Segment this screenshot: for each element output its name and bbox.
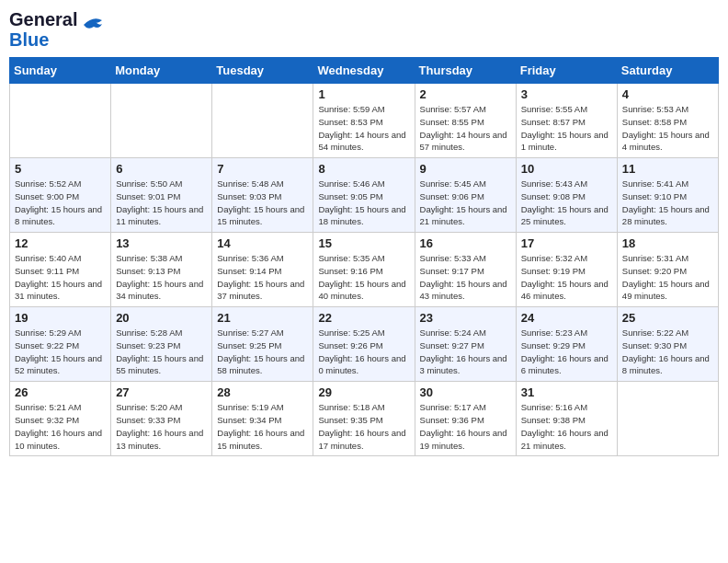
day-detail: Sunrise: 5:22 AM Sunset: 9:30 PM Dayligh… [622, 327, 713, 377]
day-cell-9: 9Sunrise: 5:45 AM Sunset: 9:06 PM Daylig… [415, 158, 516, 233]
day-detail: Sunrise: 5:48 AM Sunset: 9:03 PM Dayligh… [217, 178, 308, 228]
day-number: 13 [116, 236, 207, 250]
day-cell-28: 28Sunrise: 5:19 AM Sunset: 9:34 PM Dayli… [212, 382, 313, 456]
day-detail: Sunrise: 5:24 AM Sunset: 9:27 PM Dayligh… [420, 327, 511, 377]
day-number: 9 [420, 162, 511, 176]
day-number: 16 [420, 236, 511, 250]
day-detail: Sunrise: 5:38 AM Sunset: 9:13 PM Dayligh… [116, 252, 207, 303]
day-number: 10 [521, 162, 612, 176]
day-number: 23 [420, 311, 511, 325]
day-cell-12: 12Sunrise: 5:40 AM Sunset: 9:11 PM Dayli… [10, 233, 111, 307]
day-number: 15 [318, 236, 409, 250]
day-cell-19: 19Sunrise: 5:29 AM Sunset: 9:22 PM Dayli… [10, 307, 111, 382]
logo-general: General [9, 9, 77, 29]
week-row-3: 12Sunrise: 5:40 AM Sunset: 9:11 PM Dayli… [10, 233, 719, 307]
calendar-table: SundayMondayTuesdayWednesdayThursdayFrid… [9, 57, 719, 456]
day-number: 7 [217, 162, 308, 176]
day-cell-21: 21Sunrise: 5:27 AM Sunset: 9:25 PM Dayli… [212, 307, 313, 382]
empty-cell [212, 84, 313, 158]
day-cell-25: 25Sunrise: 5:22 AM Sunset: 9:30 PM Dayli… [617, 307, 718, 382]
day-number: 8 [318, 162, 409, 176]
weekday-header-friday: Friday [516, 58, 617, 84]
day-detail: Sunrise: 5:55 AM Sunset: 8:57 PM Dayligh… [521, 103, 612, 154]
day-detail: Sunrise: 5:32 AM Sunset: 9:19 PM Dayligh… [521, 252, 612, 303]
empty-cell [10, 84, 111, 158]
day-cell-16: 16Sunrise: 5:33 AM Sunset: 9:17 PM Dayli… [415, 233, 516, 307]
day-detail: Sunrise: 5:21 AM Sunset: 9:32 PM Dayligh… [15, 401, 106, 452]
logo-bird-icon [79, 11, 107, 48]
weekday-header-thursday: Thursday [415, 58, 516, 84]
day-detail: Sunrise: 5:28 AM Sunset: 9:23 PM Dayligh… [116, 327, 207, 377]
day-detail: Sunrise: 5:23 AM Sunset: 9:29 PM Dayligh… [521, 327, 612, 377]
day-cell-29: 29Sunrise: 5:18 AM Sunset: 9:35 PM Dayli… [313, 382, 415, 456]
empty-cell [111, 84, 212, 158]
day-number: 31 [521, 385, 612, 399]
day-number: 18 [622, 236, 713, 250]
day-cell-17: 17Sunrise: 5:32 AM Sunset: 9:19 PM Dayli… [516, 233, 617, 307]
day-number: 3 [521, 87, 612, 101]
day-detail: Sunrise: 5:35 AM Sunset: 9:16 PM Dayligh… [318, 252, 409, 303]
day-detail: Sunrise: 5:16 AM Sunset: 9:38 PM Dayligh… [521, 401, 612, 452]
day-number: 1 [318, 87, 409, 101]
day-number: 26 [15, 385, 106, 399]
day-number: 24 [521, 311, 612, 325]
day-detail: Sunrise: 5:43 AM Sunset: 9:08 PM Dayligh… [521, 178, 612, 228]
day-number: 12 [15, 236, 106, 250]
day-number: 28 [217, 385, 308, 399]
day-number: 20 [116, 311, 207, 325]
weekday-header-monday: Monday [111, 58, 212, 84]
day-detail: Sunrise: 5:53 AM Sunset: 8:58 PM Dayligh… [622, 103, 713, 154]
week-row-5: 26Sunrise: 5:21 AM Sunset: 9:32 PM Dayli… [10, 382, 719, 456]
day-cell-14: 14Sunrise: 5:36 AM Sunset: 9:14 PM Dayli… [212, 233, 313, 307]
day-detail: Sunrise: 5:27 AM Sunset: 9:25 PM Dayligh… [217, 327, 308, 377]
day-detail: Sunrise: 5:20 AM Sunset: 9:33 PM Dayligh… [116, 401, 207, 452]
day-number: 2 [420, 87, 511, 101]
weekday-header-sunday: Sunday [10, 58, 111, 84]
day-number: 30 [420, 385, 511, 399]
day-detail: Sunrise: 5:50 AM Sunset: 9:01 PM Dayligh… [116, 178, 207, 228]
day-cell-7: 7Sunrise: 5:48 AM Sunset: 9:03 PM Daylig… [212, 158, 313, 233]
day-number: 25 [622, 311, 713, 325]
weekday-header-wednesday: Wednesday [313, 58, 415, 84]
day-detail: Sunrise: 5:31 AM Sunset: 9:20 PM Dayligh… [622, 252, 713, 303]
day-detail: Sunrise: 5:41 AM Sunset: 9:10 PM Dayligh… [622, 178, 713, 228]
day-detail: Sunrise: 5:36 AM Sunset: 9:14 PM Dayligh… [217, 252, 308, 303]
day-detail: Sunrise: 5:17 AM Sunset: 9:36 PM Dayligh… [420, 401, 511, 452]
day-number: 21 [217, 311, 308, 325]
day-cell-3: 3Sunrise: 5:55 AM Sunset: 8:57 PM Daylig… [516, 84, 617, 158]
day-detail: Sunrise: 5:29 AM Sunset: 9:22 PM Dayligh… [15, 327, 106, 377]
day-number: 4 [622, 87, 713, 101]
day-detail: Sunrise: 5:59 AM Sunset: 8:53 PM Dayligh… [318, 103, 409, 154]
day-number: 11 [622, 162, 713, 176]
day-cell-18: 18Sunrise: 5:31 AM Sunset: 9:20 PM Dayli… [617, 233, 718, 307]
day-cell-27: 27Sunrise: 5:20 AM Sunset: 9:33 PM Dayli… [111, 382, 212, 456]
day-cell-5: 5Sunrise: 5:52 AM Sunset: 9:00 PM Daylig… [10, 158, 111, 233]
day-cell-11: 11Sunrise: 5:41 AM Sunset: 9:10 PM Dayli… [617, 158, 718, 233]
day-number: 5 [15, 162, 106, 176]
week-row-1: 1Sunrise: 5:59 AM Sunset: 8:53 PM Daylig… [10, 84, 719, 158]
logo-blue: Blue [9, 29, 77, 50]
day-number: 6 [116, 162, 207, 176]
day-number: 17 [521, 236, 612, 250]
day-number: 27 [116, 385, 207, 399]
day-cell-23: 23Sunrise: 5:24 AM Sunset: 9:27 PM Dayli… [415, 307, 516, 382]
week-row-2: 5Sunrise: 5:52 AM Sunset: 9:00 PM Daylig… [10, 158, 719, 233]
weekday-header-tuesday: Tuesday [212, 58, 313, 84]
day-cell-31: 31Sunrise: 5:16 AM Sunset: 9:38 PM Dayli… [516, 382, 617, 456]
day-detail: Sunrise: 5:18 AM Sunset: 9:35 PM Dayligh… [318, 401, 409, 452]
day-cell-20: 20Sunrise: 5:28 AM Sunset: 9:23 PM Dayli… [111, 307, 212, 382]
day-detail: Sunrise: 5:52 AM Sunset: 9:00 PM Dayligh… [15, 178, 106, 228]
day-cell-1: 1Sunrise: 5:59 AM Sunset: 8:53 PM Daylig… [313, 84, 415, 158]
day-cell-8: 8Sunrise: 5:46 AM Sunset: 9:05 PM Daylig… [313, 158, 415, 233]
day-number: 19 [15, 311, 106, 325]
day-cell-30: 30Sunrise: 5:17 AM Sunset: 9:36 PM Dayli… [415, 382, 516, 456]
day-cell-4: 4Sunrise: 5:53 AM Sunset: 8:58 PM Daylig… [617, 84, 718, 158]
day-cell-2: 2Sunrise: 5:57 AM Sunset: 8:55 PM Daylig… [415, 84, 516, 158]
day-detail: Sunrise: 5:45 AM Sunset: 9:06 PM Dayligh… [420, 178, 511, 228]
logo: General Blue [9, 9, 107, 50]
day-detail: Sunrise: 5:19 AM Sunset: 9:34 PM Dayligh… [217, 401, 308, 452]
day-detail: Sunrise: 5:25 AM Sunset: 9:26 PM Dayligh… [318, 327, 409, 377]
day-detail: Sunrise: 5:57 AM Sunset: 8:55 PM Dayligh… [420, 103, 511, 154]
day-cell-15: 15Sunrise: 5:35 AM Sunset: 9:16 PM Dayli… [313, 233, 415, 307]
day-cell-26: 26Sunrise: 5:21 AM Sunset: 9:32 PM Dayli… [10, 382, 111, 456]
